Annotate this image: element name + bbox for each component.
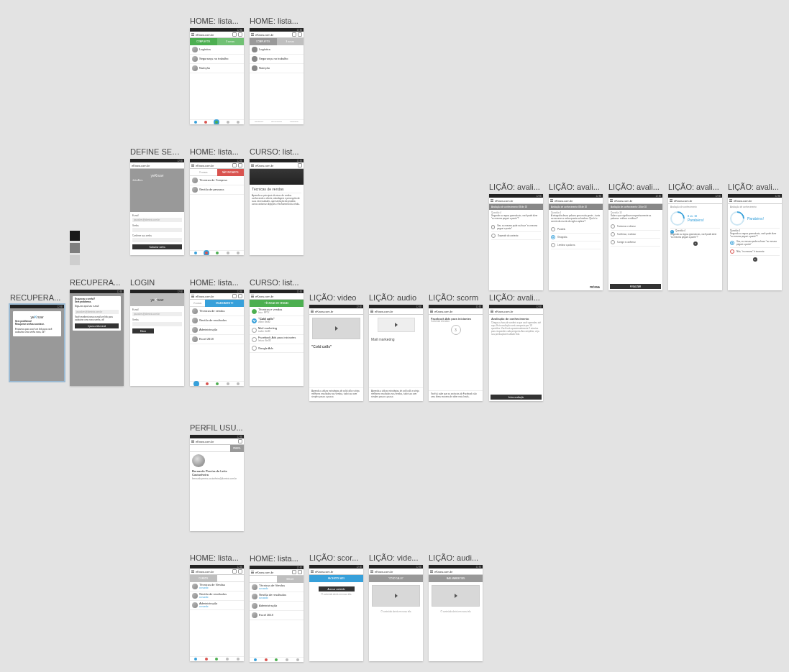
answer-option-selected[interactable]: Ortografia	[551, 234, 601, 241]
open-content-button[interactable]: Acessar conteúdo	[319, 586, 355, 592]
menu-icon[interactable]	[311, 310, 314, 313]
menu-icon[interactable]	[550, 199, 553, 202]
nav-icon[interactable]	[226, 658, 229, 661]
menu-icon[interactable]	[491, 199, 493, 202]
menu-icon[interactable]	[370, 310, 373, 313]
menu-icon[interactable]	[311, 570, 314, 573]
nav-label[interactable]: Não iniciados	[268, 121, 285, 123]
expand-icon[interactable]: ▾	[693, 241, 698, 246]
menu-icon[interactable]	[729, 199, 732, 202]
answer-option[interactable]: Contornar e alinear	[611, 223, 660, 231]
menu-icon[interactable]	[430, 310, 433, 313]
search-icon[interactable]	[232, 294, 237, 298]
menu-icon[interactable]	[251, 164, 254, 167]
course-row[interactable]: Gestão de pessoas	[190, 185, 244, 195]
nav-label[interactable]: Destaques	[250, 121, 268, 123]
answer-option[interactable]: Sim, eu mesmo pude na frase "eu mesmo pe…	[491, 223, 541, 232]
lesson-row[interactable]: Facebook Ads para iniciantesleitura: 8m3…	[250, 335, 304, 344]
nav-icon[interactable]	[194, 252, 197, 254]
course-row[interactable]: Logística	[250, 45, 304, 55]
go-home-button[interactable]: Ir para a tela inicial	[75, 323, 119, 328]
tab-cursos[interactable]: CURSOS	[190, 575, 217, 582]
more-icon[interactable]	[298, 570, 302, 574]
login-button[interactable]: Entrar	[132, 328, 154, 333]
nav-icon[interactable]	[215, 658, 218, 661]
start-eval-button[interactable]: Iniciar avaliação	[491, 395, 542, 400]
video-player[interactable]	[372, 585, 420, 607]
search-icon[interactable]	[292, 570, 296, 574]
lesson-row[interactable]: "Cold calls"vídeo: 8m30	[250, 316, 304, 326]
nav-icon[interactable]	[216, 382, 219, 385]
email-input[interactable]: joaoalves@dominio.com.br	[132, 312, 182, 316]
answer-option[interactable]: Depende do contexto	[491, 232, 541, 240]
course-row[interactable]: Gestão de resultadoscursando	[250, 592, 304, 602]
nav-icon[interactable]	[227, 382, 229, 385]
nav-icon[interactable]	[286, 658, 288, 661]
password-input[interactable]	[132, 228, 182, 232]
nav-label[interactable]: Completos	[286, 121, 303, 123]
menu-icon[interactable]	[191, 164, 194, 167]
search-icon[interactable]	[232, 32, 237, 37]
nav-icon[interactable]	[237, 121, 240, 124]
tab-sub[interactable]: 2 cursos	[190, 169, 217, 176]
course-row[interactable]: Excel 2013	[190, 335, 244, 344]
nav-icon[interactable]	[194, 382, 199, 386]
menu-icon[interactable]	[670, 199, 672, 202]
search-icon[interactable]	[292, 32, 296, 37]
course-row[interactable]: Nutrição	[190, 64, 244, 73]
course-row[interactable]: Administração	[250, 602, 304, 611]
menu-icon[interactable]	[191, 570, 194, 573]
confirm-input[interactable]	[132, 238, 182, 242]
course-row[interactable]: Segurança no trabalho	[250, 55, 304, 64]
course-row[interactable]: Gestão de resultados	[190, 316, 244, 326]
tab-nao-iniciados[interactable]: NÃO INICIADOS	[217, 169, 245, 176]
nav-icon[interactable]	[275, 658, 278, 661]
more-icon[interactable]	[238, 163, 242, 167]
search-icon[interactable]	[238, 439, 242, 443]
nav-icon[interactable]	[194, 121, 197, 124]
menu-icon[interactable]	[191, 33, 194, 36]
more-icon[interactable]	[298, 32, 302, 37]
answer-option[interactable]: Lembrar a palavra	[551, 241, 601, 249]
course-row[interactable]: Administração	[190, 326, 244, 335]
tab-sub[interactable]: 2 cursos	[190, 300, 205, 307]
search-icon[interactable]	[298, 163, 302, 167]
nav-icon[interactable]	[227, 252, 229, 254]
nav-icon[interactable]	[216, 252, 219, 254]
nav-icon[interactable]	[296, 658, 299, 661]
menu-icon[interactable]	[491, 310, 493, 313]
course-row[interactable]: Gestão de resultadoscursando	[190, 592, 244, 601]
email-input[interactable]: joaoalves@dominio.com.br	[132, 218, 182, 222]
menu-icon[interactable]	[610, 199, 613, 202]
course-row[interactable]: Técnicas de Vendascursando	[250, 583, 304, 592]
nav-icon[interactable]	[237, 252, 240, 254]
audio-player[interactable]	[432, 585, 480, 607]
course-row[interactable]: Técnicas de Vendascursando	[190, 582, 244, 592]
nav-icon[interactable]	[227, 121, 229, 124]
menu-icon[interactable]	[191, 440, 194, 443]
menu-icon[interactable]	[370, 570, 373, 573]
lesson-row[interactable]: Técnicas e vendasIntro: PPTX	[250, 307, 304, 316]
nav-icon[interactable]	[265, 658, 268, 661]
tab-andamento[interactable]: EM ANDAMENTO	[205, 300, 244, 307]
menu-icon[interactable]	[251, 571, 254, 574]
course-row[interactable]: Excel 2013	[250, 611, 304, 620]
finish-button[interactable]: FINALIZAR	[610, 284, 661, 289]
password-input[interactable]	[132, 322, 182, 326]
more-icon[interactable]	[238, 569, 242, 574]
more-icon[interactable]	[238, 32, 242, 37]
tab-skills[interactable]: SKILLS	[277, 576, 304, 583]
next-button[interactable]: PRÓXIMA	[549, 285, 603, 290]
email-input[interactable]: joaoalves@dominio.com.br	[75, 310, 119, 314]
answer-option[interactable]: Paralela	[551, 226, 601, 234]
video-player[interactable]	[312, 318, 360, 339]
nav-icon[interactable]	[205, 658, 208, 661]
nav-icon[interactable]	[214, 120, 219, 124]
course-row[interactable]: Logística	[190, 45, 244, 55]
menu-icon[interactable]	[251, 295, 254, 298]
lesson-row[interactable]: Mail marketingáudio: 4m30	[250, 326, 304, 335]
menu-icon[interactable]	[430, 570, 433, 573]
nav-icon[interactable]	[237, 658, 240, 661]
audio-player[interactable]	[378, 318, 415, 332]
answer-option[interactable]: Confirmar, e alinear	[611, 231, 660, 239]
